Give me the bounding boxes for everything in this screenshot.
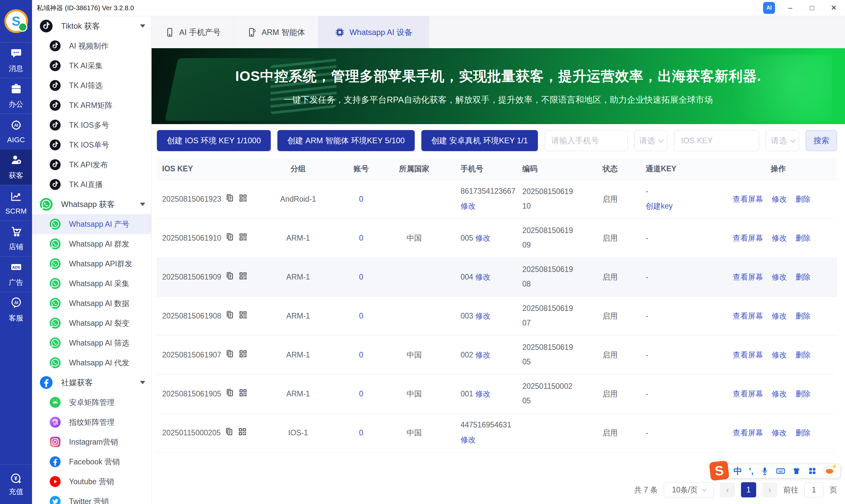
sidebar-item-AI 视频制作[interactable]: AI 视频制作 — [32, 36, 151, 56]
view-screen-link[interactable]: 查看屏幕 — [733, 390, 763, 398]
create-channel-key-link[interactable]: 创建key — [646, 202, 673, 210]
ime-punctuation-toggle[interactable]: ’, — [749, 466, 754, 476]
edit-phone-link[interactable]: 修改 — [475, 390, 490, 398]
view-screen-link[interactable]: 查看屏幕 — [733, 311, 763, 320]
sidebar-item-Youtube 营销[interactable]: Youtube 营销 — [32, 472, 151, 491]
delete-row-link[interactable]: 删除 — [795, 273, 811, 281]
ai-assistant-icon[interactable]: AI — [763, 2, 775, 14]
qr-icon[interactable] — [239, 232, 248, 244]
edit-phone-link[interactable]: 修改 — [475, 350, 490, 359]
sidebar-item-Whatsapp 获客[interactable]: Whatsapp 获客 — [32, 194, 151, 214]
page-size-select[interactable]: 10条/页 — [664, 482, 714, 498]
sidebar-item-Tiktok 获客[interactable]: Tiktok 获客 — [32, 16, 151, 36]
delete-row-link[interactable]: 删除 — [795, 195, 811, 203]
sidebar-item-Whatsapp AI 采集[interactable]: Whatsapp AI 采集 — [32, 274, 151, 293]
delete-row-link[interactable]: 删除 — [795, 350, 811, 359]
create-android-key-button[interactable]: 创建 安卓真机 环境KEY 1/1 — [421, 130, 538, 151]
sidebar-item-TK IOS多号[interactable]: TK IOS多号 — [32, 115, 151, 135]
qr-icon[interactable] — [238, 427, 247, 438]
rail-item-广告[interactable]: ADS广告 — [0, 256, 32, 292]
copy-icon[interactable] — [225, 310, 234, 322]
rail-item-AIGC[interactable]: AIAIGC — [0, 113, 32, 149]
edit-row-link[interactable]: 修改 — [772, 350, 787, 359]
tab-AI 手机产号[interactable]: AI 手机产号 — [152, 16, 234, 48]
microphone-icon[interactable] — [760, 466, 769, 475]
sidebar-item-Whatsapp AI 筛选[interactable]: Whatsapp AI 筛选 — [32, 333, 151, 353]
sidebar-item-TK IOS单号[interactable]: TK IOS单号 — [32, 135, 151, 155]
qr-icon[interactable] — [239, 310, 248, 322]
sidebar-item-Twitter 营销[interactable]: Twitter 营销 — [32, 491, 151, 504]
account-count-link[interactable]: 0 — [359, 390, 363, 398]
edit-phone-link[interactable]: 修改 — [461, 202, 476, 210]
sidebar-item-TK AI直播[interactable]: TK AI直播 — [32, 175, 151, 194]
sidebar-item-TK API发布[interactable]: TK API发布 — [32, 155, 151, 175]
sidebar-item-社媒获客[interactable]: 社媒获客 — [32, 373, 151, 393]
qr-icon[interactable] — [239, 349, 248, 360]
rail-item-recharge[interactable]: ¥ 充值 — [0, 464, 32, 504]
sidebar-item-TK AI采集[interactable]: TK AI采集 — [32, 56, 151, 76]
edit-row-link[interactable]: 修改 — [772, 234, 787, 242]
edit-phone-link[interactable]: 修改 — [475, 273, 490, 281]
edit-row-link[interactable]: 修改 — [772, 428, 787, 437]
account-count-link[interactable]: 0 — [359, 195, 363, 203]
view-screen-link[interactable]: 查看屏幕 — [733, 350, 763, 359]
minimize-button[interactable]: – — [784, 2, 797, 14]
delete-row-link[interactable]: 删除 — [795, 311, 811, 320]
rail-item-办公[interactable]: 办公 — [0, 78, 32, 113]
rail-item-SCRM[interactable]: SCRM — [0, 185, 32, 220]
ios-key-search-input[interactable] — [674, 130, 759, 151]
phone-search-input[interactable] — [545, 130, 628, 151]
rail-item-消息[interactable]: 消息 — [0, 42, 32, 78]
ime-language-toggle[interactable]: 中 — [734, 465, 742, 477]
delete-row-link[interactable]: 删除 — [795, 390, 811, 398]
qr-icon[interactable] — [239, 193, 248, 205]
sidebar-item-Whatsapp AI 产号[interactable]: Whatsapp AI 产号 — [32, 214, 151, 234]
sidebar-item-安卓矩阵管理[interactable]: 安卓矩阵管理 — [32, 393, 151, 412]
filter-select-2[interactable]: 请选 — [766, 130, 799, 151]
sidebar-item-Whatsapp AI 裂变[interactable]: Whatsapp AI 裂变 — [32, 313, 151, 333]
copy-icon[interactable] — [225, 427, 234, 438]
next-page-button[interactable]: › — [762, 482, 777, 498]
edit-phone-link[interactable]: 修改 — [461, 435, 476, 444]
copy-icon[interactable] — [225, 232, 234, 244]
copy-icon[interactable] — [225, 193, 234, 205]
maximize-button[interactable]: □ — [805, 2, 818, 14]
account-count-link[interactable]: 0 — [359, 273, 363, 281]
rail-item-获客[interactable]: 获客 — [0, 149, 32, 185]
sidebar-item-Instagram营销[interactable]: Instagram营销 — [32, 432, 151, 452]
edit-phone-link[interactable]: 修改 — [475, 234, 490, 242]
rail-item-客服[interactable]: AI客服 — [0, 292, 32, 327]
copy-icon[interactable] — [225, 388, 234, 399]
toolbox-grid-icon[interactable] — [808, 466, 817, 475]
delete-row-link[interactable]: 删除 — [795, 428, 811, 437]
sidebar-item-Whatsapp API群发[interactable]: Whatsapp API群发 — [32, 254, 151, 274]
copy-icon[interactable] — [225, 271, 234, 283]
qr-icon[interactable] — [239, 388, 248, 399]
account-count-link[interactable]: 0 — [359, 428, 363, 437]
current-page-button[interactable]: 1 — [741, 482, 756, 498]
edit-row-link[interactable]: 修改 — [772, 273, 787, 281]
sidebar-item-Whatsapp AI 群发[interactable]: Whatsapp AI 群发 — [32, 234, 151, 254]
ime-mascot-icon[interactable] — [824, 465, 835, 476]
sogou-logo-icon[interactable]: S — [709, 461, 729, 481]
sidebar-item-Whatsapp AI 数据[interactable]: Whatsapp AI 数据 — [32, 293, 151, 313]
edit-phone-link[interactable]: 修改 — [475, 311, 490, 320]
create-arm-key-button[interactable]: 创建 ARM 智能体 环境KEY 5/100 — [277, 130, 415, 151]
edit-row-link[interactable]: 修改 — [772, 390, 787, 398]
edit-row-link[interactable]: 修改 — [772, 195, 787, 203]
goto-page-input[interactable] — [804, 482, 824, 498]
sidebar-item-TK AI筛选[interactable]: TK AI筛选 — [32, 76, 151, 95]
edit-row-link[interactable]: 修改 — [772, 311, 787, 320]
delete-row-link[interactable]: 删除 — [795, 234, 811, 242]
sidebar-item-Facebook 营销[interactable]: Facebook 营销 — [32, 452, 151, 472]
tab-Whatsapp AI 设备[interactable]: Whatsapp AI 设备 — [318, 16, 429, 48]
qr-icon[interactable] — [239, 271, 248, 283]
copy-icon[interactable] — [225, 349, 234, 360]
keyboard-icon[interactable] — [776, 466, 785, 475]
skin-icon[interactable] — [792, 466, 801, 475]
view-screen-link[interactable]: 查看屏幕 — [733, 428, 763, 437]
create-ios-key-button[interactable]: 创建 IOS 环境 KEY 1/1000 — [157, 130, 271, 151]
account-count-link[interactable]: 0 — [359, 234, 363, 242]
sidebar-item-TK ARM矩阵[interactable]: TK ARM矩阵 — [32, 95, 151, 115]
view-screen-link[interactable]: 查看屏幕 — [733, 273, 763, 281]
